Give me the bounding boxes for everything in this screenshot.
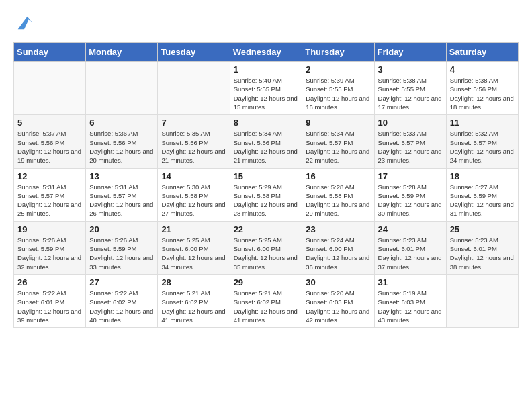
day-number: 30	[306, 277, 370, 287]
day-info: Sunrise: 5:32 AM Sunset: 5:57 PM Dayligh…	[450, 129, 515, 165]
day-number: 3	[378, 64, 443, 75]
calendar-cell: 6Sunrise: 5:36 AM Sunset: 5:56 PM Daylig…	[86, 115, 158, 168]
day-info: Sunrise: 5:26 AM Sunset: 5:59 PM Dayligh…	[17, 236, 82, 271]
calendar-cell: 19Sunrise: 5:26 AM Sunset: 5:59 PM Dayli…	[14, 221, 86, 274]
day-info: Sunrise: 5:34 AM Sunset: 5:57 PM Dayligh…	[306, 129, 370, 165]
day-number: 5	[17, 118, 82, 128]
day-info: Sunrise: 5:25 AM Sunset: 6:00 PM Dayligh…	[234, 236, 299, 271]
day-info: Sunrise: 5:24 AM Sunset: 6:00 PM Dayligh…	[306, 236, 370, 271]
day-number: 20	[89, 224, 154, 234]
calendar-cell: 8Sunrise: 5:34 AM Sunset: 5:56 PM Daylig…	[230, 115, 302, 168]
calendar-cell: 28Sunrise: 5:21 AM Sunset: 6:02 PM Dayli…	[158, 274, 230, 327]
calendar-cell	[446, 274, 518, 327]
calendar-cell: 25Sunrise: 5:23 AM Sunset: 6:01 PM Dayli…	[446, 221, 518, 274]
calendar-cell	[14, 62, 86, 115]
weekday-header-friday: Friday	[374, 43, 446, 62]
calendar-cell: 11Sunrise: 5:32 AM Sunset: 5:57 PM Dayli…	[446, 115, 518, 168]
calendar-cell: 2Sunrise: 5:39 AM Sunset: 5:55 PM Daylig…	[302, 62, 374, 115]
day-number: 9	[306, 118, 370, 128]
calendar-cell	[158, 62, 230, 115]
weekday-header-sunday: Sunday	[14, 43, 86, 62]
day-number: 11	[450, 118, 515, 128]
calendar-cell: 22Sunrise: 5:25 AM Sunset: 6:00 PM Dayli…	[230, 221, 302, 274]
day-number: 21	[161, 224, 226, 234]
day-info: Sunrise: 5:19 AM Sunset: 6:03 PM Dayligh…	[378, 289, 443, 324]
logo-icon	[15, 13, 34, 32]
day-info: Sunrise: 5:35 AM Sunset: 5:56 PM Dayligh…	[161, 129, 226, 165]
day-info: Sunrise: 5:36 AM Sunset: 5:56 PM Dayligh…	[89, 129, 154, 165]
calendar-cell	[86, 62, 158, 115]
calendar-cell: 31Sunrise: 5:19 AM Sunset: 6:03 PM Dayli…	[374, 274, 446, 327]
day-number: 31	[378, 277, 443, 287]
day-number: 1	[234, 64, 299, 75]
day-info: Sunrise: 5:22 AM Sunset: 6:01 PM Dayligh…	[17, 289, 82, 324]
logo	[13, 13, 34, 36]
calendar-cell: 30Sunrise: 5:20 AM Sunset: 6:03 PM Dayli…	[302, 274, 374, 327]
day-number: 10	[378, 118, 443, 128]
day-info: Sunrise: 5:28 AM Sunset: 5:59 PM Dayligh…	[378, 183, 443, 218]
week-row-3: 19Sunrise: 5:26 AM Sunset: 5:59 PM Dayli…	[14, 221, 519, 274]
day-info: Sunrise: 5:33 AM Sunset: 5:57 PM Dayligh…	[378, 129, 443, 165]
svg-marker-0	[18, 17, 32, 30]
calendar-cell: 5Sunrise: 5:37 AM Sunset: 5:56 PM Daylig…	[14, 115, 86, 168]
day-info: Sunrise: 5:26 AM Sunset: 5:59 PM Dayligh…	[89, 236, 154, 271]
day-number: 7	[161, 118, 226, 128]
weekday-header-row: SundayMondayTuesdayWednesdayThursdayFrid…	[14, 43, 519, 62]
weekday-header-saturday: Saturday	[446, 43, 518, 62]
day-info: Sunrise: 5:39 AM Sunset: 5:55 PM Dayligh…	[306, 76, 370, 111]
week-row-0: 1Sunrise: 5:40 AM Sunset: 5:55 PM Daylig…	[14, 62, 519, 115]
calendar-cell: 24Sunrise: 5:23 AM Sunset: 6:01 PM Dayli…	[374, 221, 446, 274]
day-info: Sunrise: 5:27 AM Sunset: 5:59 PM Dayligh…	[450, 183, 515, 218]
day-info: Sunrise: 5:40 AM Sunset: 5:55 PM Dayligh…	[234, 76, 299, 111]
day-number: 28	[161, 277, 226, 287]
day-number: 18	[450, 171, 515, 181]
calendar-cell: 20Sunrise: 5:26 AM Sunset: 5:59 PM Dayli…	[86, 221, 158, 274]
calendar-cell: 14Sunrise: 5:30 AM Sunset: 5:58 PM Dayli…	[158, 168, 230, 221]
day-info: Sunrise: 5:34 AM Sunset: 5:56 PM Dayligh…	[234, 129, 299, 165]
day-info: Sunrise: 5:37 AM Sunset: 5:56 PM Dayligh…	[17, 129, 82, 165]
day-number: 13	[89, 171, 154, 181]
calendar-cell: 21Sunrise: 5:25 AM Sunset: 6:00 PM Dayli…	[158, 221, 230, 274]
day-number: 23	[306, 224, 370, 234]
day-number: 19	[17, 224, 82, 234]
calendar-cell: 27Sunrise: 5:22 AM Sunset: 6:02 PM Dayli…	[86, 274, 158, 327]
calendar-cell: 10Sunrise: 5:33 AM Sunset: 5:57 PM Dayli…	[374, 115, 446, 168]
day-number: 2	[306, 64, 370, 75]
day-number: 8	[234, 118, 299, 128]
week-row-1: 5Sunrise: 5:37 AM Sunset: 5:56 PM Daylig…	[14, 115, 519, 168]
day-number: 26	[17, 277, 82, 287]
day-number: 6	[89, 118, 154, 128]
calendar-cell: 18Sunrise: 5:27 AM Sunset: 5:59 PM Dayli…	[446, 168, 518, 221]
day-number: 17	[378, 171, 443, 181]
calendar-cell: 12Sunrise: 5:31 AM Sunset: 5:57 PM Dayli…	[14, 168, 86, 221]
day-info: Sunrise: 5:21 AM Sunset: 6:02 PM Dayligh…	[161, 289, 226, 324]
calendar-cell: 26Sunrise: 5:22 AM Sunset: 6:01 PM Dayli…	[14, 274, 86, 327]
day-info: Sunrise: 5:22 AM Sunset: 6:02 PM Dayligh…	[89, 289, 154, 324]
day-number: 25	[450, 224, 515, 234]
day-number: 14	[161, 171, 226, 181]
calendar-cell: 29Sunrise: 5:21 AM Sunset: 6:02 PM Dayli…	[230, 274, 302, 327]
day-number: 15	[234, 171, 299, 181]
weekday-header-thursday: Thursday	[302, 43, 374, 62]
day-info: Sunrise: 5:31 AM Sunset: 5:57 PM Dayligh…	[89, 183, 154, 218]
day-info: Sunrise: 5:30 AM Sunset: 5:58 PM Dayligh…	[161, 183, 226, 218]
day-number: 12	[17, 171, 82, 181]
day-info: Sunrise: 5:23 AM Sunset: 6:01 PM Dayligh…	[378, 236, 443, 271]
weekday-header-monday: Monday	[86, 43, 158, 62]
calendar-cell: 7Sunrise: 5:35 AM Sunset: 5:56 PM Daylig…	[158, 115, 230, 168]
day-info: Sunrise: 5:23 AM Sunset: 6:01 PM Dayligh…	[450, 236, 515, 271]
day-number: 24	[378, 224, 443, 234]
calendar-cell: 15Sunrise: 5:29 AM Sunset: 5:58 PM Dayli…	[230, 168, 302, 221]
day-info: Sunrise: 5:29 AM Sunset: 5:58 PM Dayligh…	[234, 183, 299, 218]
day-info: Sunrise: 5:28 AM Sunset: 5:58 PM Dayligh…	[306, 183, 370, 218]
calendar-table: SundayMondayTuesdayWednesdayThursdayFrid…	[13, 42, 519, 328]
day-number: 29	[234, 277, 299, 287]
calendar-cell: 23Sunrise: 5:24 AM Sunset: 6:00 PM Dayli…	[302, 221, 374, 274]
day-info: Sunrise: 5:20 AM Sunset: 6:03 PM Dayligh…	[306, 289, 370, 324]
day-info: Sunrise: 5:38 AM Sunset: 5:55 PM Dayligh…	[378, 76, 443, 111]
calendar-cell: 3Sunrise: 5:38 AM Sunset: 5:55 PM Daylig…	[374, 62, 446, 115]
page-header	[13, 13, 519, 36]
weekday-header-tuesday: Tuesday	[158, 43, 230, 62]
week-row-2: 12Sunrise: 5:31 AM Sunset: 5:57 PM Dayli…	[14, 168, 519, 221]
week-row-4: 26Sunrise: 5:22 AM Sunset: 6:01 PM Dayli…	[14, 274, 519, 327]
